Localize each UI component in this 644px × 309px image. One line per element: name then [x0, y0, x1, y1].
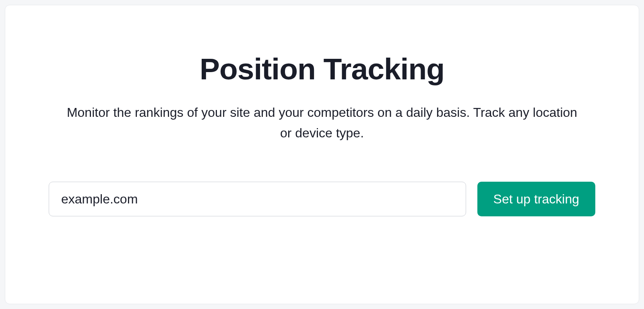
position-tracking-card: Position Tracking Monitor the rankings o…: [5, 5, 639, 304]
setup-tracking-button[interactable]: Set up tracking: [477, 182, 595, 216]
domain-input[interactable]: [49, 182, 466, 216]
page-subtitle: Monitor the rankings of your site and yo…: [64, 102, 580, 143]
setup-form: Set up tracking: [5, 182, 639, 216]
page-title: Position Tracking: [200, 52, 444, 86]
